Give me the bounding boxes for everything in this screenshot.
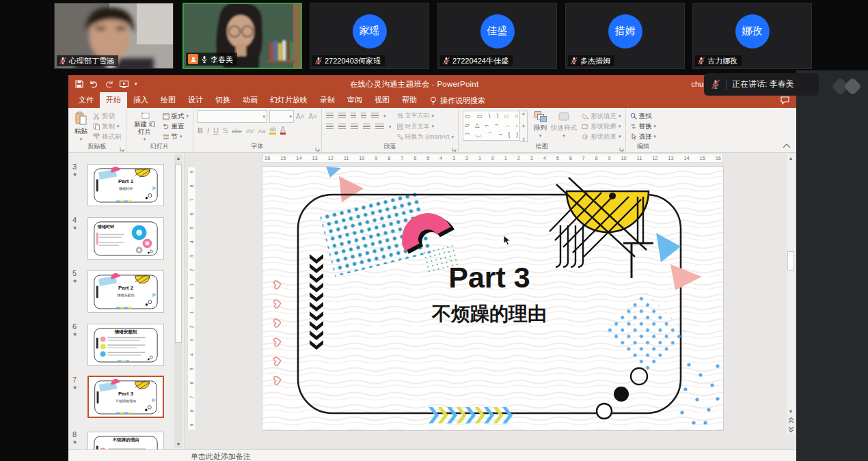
scroll-down-icon[interactable]: ▼ [787,409,795,414]
align-left-button[interactable] [326,124,334,130]
tab-draw[interactable]: 绘图 [154,92,182,109]
tab-animations[interactable]: 动画 [236,92,264,109]
cut-button[interactable]: 剪切 [93,111,122,121]
align-center-button[interactable] [338,124,346,130]
increase-indent-button[interactable] [361,113,366,119]
previous-slide-icon[interactable] [788,417,794,423]
slide-thumbnail[interactable]: 不烦躁的理由 [87,432,164,449]
tab-home[interactable]: 开始 [100,92,127,109]
scroll-up-icon[interactable]: ▲ [787,156,795,160]
redo-icon[interactable] [105,81,113,88]
slide-subtitle[interactable]: 不烦躁的理由 [298,301,681,327]
slide-title[interactable]: Part 3 [298,261,681,294]
tab-record[interactable]: 录制 [314,92,341,109]
arrange-button[interactable]: 排列▾ [532,110,549,143]
start-slideshow-icon[interactable] [120,81,128,88]
slide-thumbnail[interactable]: 情绪时钟 [87,217,164,260]
scroll-up-icon[interactable]: ▲ [174,156,182,160]
dialog-launcher-icon[interactable] [315,147,320,152]
bold-button[interactable]: B [198,126,203,135]
convert-smartart-button[interactable]: 转换为 SmartArt▾ [397,132,455,141]
paste-button[interactable]: 粘贴▾ [72,110,90,143]
collapse-ribbon-icon[interactable] [783,143,791,148]
shape-outline-button[interactable]: 形状轮廓▾ [582,122,621,131]
highlight-color-button[interactable]: ab [269,126,276,135]
justify-button[interactable] [363,124,370,130]
shape-gallery[interactable]: ▭▭\\□○▱△⌐¬→↓◠◡⌒~{} [463,111,520,141]
save-icon[interactable] [75,80,83,88]
change-case-button[interactable]: Aa [258,128,265,135]
tab-review[interactable]: 审阅 [341,92,368,109]
thumb-title: 情绪时钟 [98,224,114,230]
participant-tile[interactable]: 李春美 [182,3,302,69]
slide-thumbnail[interactable]: Part 2 情绪安慰剂 [87,270,164,313]
scroll-down-icon[interactable]: ▼ [174,442,182,447]
italic-button[interactable]: I [207,126,209,135]
dialog-launcher-icon[interactable] [120,147,124,152]
tab-file[interactable]: 文件 [72,92,100,109]
align-right-button[interactable] [351,124,358,130]
font-size-select[interactable]: ▾ [269,110,294,123]
numbering-button[interactable] [338,113,346,119]
font-name-select[interactable]: ▾ [198,110,267,123]
participant-tile[interactable]: 佳盛 27220424牛佳盛 [437,3,557,69]
bullets-button[interactable] [326,113,334,119]
participant-tile[interactable]: 措姆 多杰措姆 [565,3,685,69]
comments-icon[interactable] [781,96,789,104]
quick-styles-button[interactable]: 快速样式▾ [549,110,579,143]
tab-help[interactable]: 帮助 [396,92,423,109]
shape-gallery-scroll[interactable]: ▲▼⊻ [520,111,528,142]
undo-icon[interactable] [90,81,98,88]
scrollbar-thumb[interactable] [175,164,182,343]
scrollbar-thumb[interactable] [787,251,794,270]
shrink-font-button[interactable]: A˅ [309,113,318,120]
thumbnail-scrollbar[interactable]: ▲ ▼ [174,154,182,448]
align-text-button[interactable]: 对齐文本▾ [397,122,455,131]
font-color-button[interactable]: A [280,126,285,135]
divider [726,79,727,90]
reset-button[interactable]: 重置 [163,122,189,131]
editor-scrollbar[interactable]: ▲ ▼ [787,154,795,434]
participant-tile[interactable]: 家瑶 27220403何家瑶 [310,3,429,69]
text-shadow-button[interactable]: S [223,126,228,135]
slide-thumbnail[interactable]: 情绪安慰剂 [87,324,164,366]
slide-thumbnail[interactable]: Part 1 情绪时钟 [87,164,164,206]
underline-button[interactable]: U [213,126,219,135]
participant-tile[interactable]: 心理部丁雪涵 [54,3,174,69]
thumbnail-deco [89,377,163,418]
tab-view[interactable]: 视图 [368,92,396,109]
tab-transitions[interactable]: 切换 [209,92,236,109]
copy-button[interactable]: 复制▾ [93,122,122,131]
participant-tile[interactable]: 娜孜 古力娜孜 [692,3,812,69]
strikethrough-button[interactable]: abc [232,128,242,135]
tab-design[interactable]: 设计 [182,92,209,109]
dialog-launcher-icon[interactable] [452,147,457,152]
layout-button[interactable]: 版式▾ [163,111,189,121]
character-spacing-button[interactable]: AV [246,128,254,135]
decrease-indent-button[interactable] [351,113,356,119]
new-slide-button[interactable]: 新建 幻灯片▾ [131,110,159,143]
text-direction-button[interactable]: 文字方向▾ [397,111,455,120]
next-slide-icon[interactable] [788,426,794,433]
notes-pane[interactable]: 单击此处添加备注 [68,449,796,461]
replace-button[interactable]: 替换▾ [630,122,657,131]
mic-muted-icon [711,79,720,89]
tell-me-search[interactable]: 操作说明搜索 [430,96,485,106]
shape-effects-button[interactable]: 形状效果▾ [582,132,621,141]
section-button[interactable]: 节▾ [163,132,189,141]
line-spacing-button[interactable] [371,113,379,119]
slide-thumbnail-selected[interactable]: Part 3 不烦躁的理由 [87,376,164,418]
grow-font-button[interactable]: A˄ [296,113,305,120]
notes-placeholder[interactable]: 单击此处添加备注 [191,451,251,461]
slide-canvas[interactable]: Part 3 不烦躁的理由 [262,167,723,430]
tab-slideshow[interactable]: 幻灯片放映 [264,92,314,109]
columns-button[interactable] [375,124,384,130]
find-button[interactable]: 查找 [630,111,657,121]
group-label: 字体 [252,143,264,150]
format-painter-button[interactable]: 格式刷 [93,132,122,141]
select-button[interactable]: 选择▾ [630,132,657,141]
tab-insert[interactable]: 插入 [127,92,154,109]
dialog-launcher-icon[interactable] [619,147,624,152]
shape-fill-button[interactable]: 形状填充▾ [582,111,621,121]
thumb-subtitle: 情绪安慰剂 [88,293,163,297]
